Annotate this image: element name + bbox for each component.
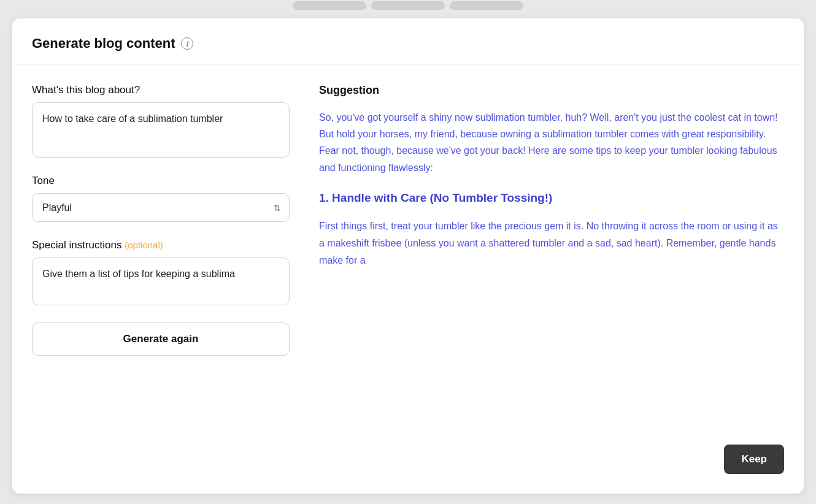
suggestion-para: First things first, treat your tumbler l…	[319, 218, 784, 269]
tone-label: Tone	[32, 175, 290, 187]
page-wrapper: Generate blog content i What's this blog…	[0, 0, 816, 504]
suggestion-heading: Suggestion	[319, 84, 784, 97]
blog-about-input[interactable]: How to take care of a sublimation tumble…	[32, 102, 290, 158]
optional-label: (optional)	[125, 240, 163, 250]
top-bar-pill-2	[371, 1, 445, 10]
suggestion-h1: 1. Handle with Care (No Tumbler Tossing!…	[319, 188, 784, 208]
tone-select-wrapper: Playful Professional Casual Formal Humor…	[32, 193, 290, 222]
instructions-input[interactable]: Give them a list of tips for keeping a s…	[32, 258, 290, 305]
card-body: What's this blog about? How to take care…	[12, 64, 804, 494]
tone-field-group: Tone Playful Professional Casual Formal …	[32, 175, 290, 222]
generate-again-button[interactable]: Generate again	[32, 323, 290, 356]
card-title: Generate blog content	[32, 36, 175, 52]
right-panel: Suggestion So, you've got yourself a shi…	[319, 84, 784, 474]
tone-select[interactable]: Playful Professional Casual Formal Humor…	[32, 193, 290, 222]
main-card: Generate blog content i What's this blog…	[12, 18, 804, 494]
card-header: Generate blog content i	[12, 18, 804, 64]
keep-button[interactable]: Keep	[724, 445, 784, 474]
top-bar-pill-1	[293, 1, 366, 10]
suggestion-intro: So, you've got yourself a shiny new subl…	[319, 109, 784, 176]
blog-about-label: What's this blog about?	[32, 84, 290, 96]
suggestion-content: So, you've got yourself a shiny new subl…	[319, 109, 784, 269]
instructions-field-group: Special instructions (optional) Give the…	[32, 239, 290, 305]
info-icon[interactable]: i	[181, 37, 193, 50]
left-panel: What's this blog about? How to take care…	[32, 84, 290, 474]
top-bar-pill-3	[450, 1, 523, 10]
instructions-label: Special instructions (optional)	[32, 239, 290, 251]
top-bar	[0, 0, 816, 11]
blog-about-field-group: What's this blog about? How to take care…	[32, 84, 290, 158]
